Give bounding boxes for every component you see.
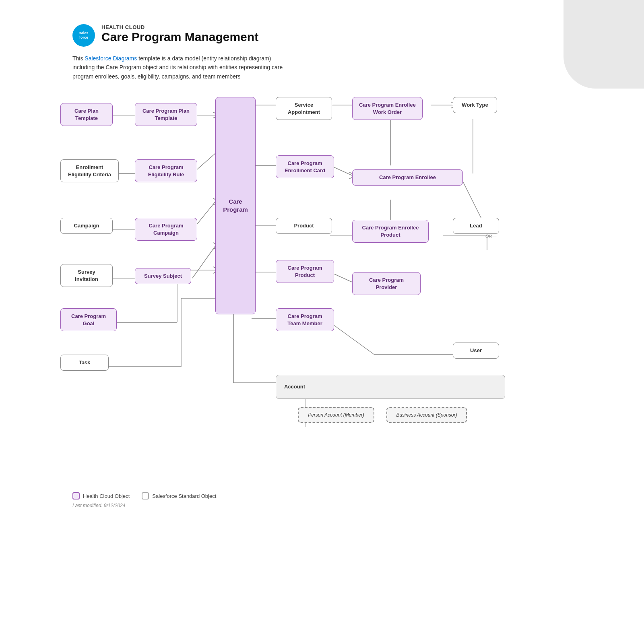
care-program-team-member-entity[interactable]: Care Program Team Member xyxy=(276,308,334,331)
care-program-entity[interactable]: CareProgram xyxy=(215,97,256,314)
decorative-shape xyxy=(564,0,644,89)
or-label: —OR— xyxy=(481,234,497,239)
diagram-container: Care Plan Template Care Program Plan Tem… xyxy=(40,93,523,487)
care-program-goal-label: Care Program Goal xyxy=(71,313,106,326)
product-label: Product xyxy=(294,223,314,229)
work-type-label: Work Type xyxy=(462,102,488,108)
campaign-label: Campaign xyxy=(74,223,99,229)
user-label: User xyxy=(470,347,482,353)
care-program-enrollee-work-order-entity[interactable]: Care Program Enrollee Work Order xyxy=(352,97,423,120)
survey-subject-entity[interactable]: Survey Subject xyxy=(135,268,191,284)
legend-health-cloud: Health Cloud Object xyxy=(72,492,130,500)
campaign-entity[interactable]: Campaign xyxy=(60,218,113,234)
task-label: Task xyxy=(79,359,91,365)
survey-invitation-entity[interactable]: Survey Invitation xyxy=(60,264,113,287)
care-program-eligibility-rule-entity[interactable]: Care Program Eligibility Rule xyxy=(135,159,197,182)
last-modified-text: Last modified: 9/12/2024 xyxy=(72,503,125,508)
legend-standard-label: Salesforce Standard Object xyxy=(152,493,216,499)
salesforce-diagrams-link[interactable]: Salesforce Diagrams xyxy=(85,55,137,62)
care-program-enrollee-product-label: Care Program Enrollee Product xyxy=(362,225,419,238)
legend-standard: Salesforce Standard Object xyxy=(142,492,216,500)
account-label: Account xyxy=(284,383,305,390)
care-program-plan-template-entity[interactable]: Care Program Plan Template xyxy=(135,103,197,126)
user-entity[interactable]: User xyxy=(453,343,499,359)
legend: Health Cloud Object Salesforce Standard … xyxy=(0,492,644,500)
care-program-product-label: Care Program Product xyxy=(288,265,322,278)
care-program-enrollee-work-order-label: Care Program Enrollee Work Order xyxy=(359,102,416,115)
care-program-provider-entity[interactable]: Care Program Provider xyxy=(352,272,421,295)
business-account-label: Business Account (Sponsor) xyxy=(396,412,457,418)
care-program-campaign-entity[interactable]: Care Program Campaign xyxy=(135,218,197,241)
header: salesforce HEALTH CLOUD Care Program Man… xyxy=(0,0,644,47)
salesforce-logo: salesforce xyxy=(72,24,95,47)
care-program-team-member-label: Care Program Team Member xyxy=(287,313,322,326)
care-program-enrollee-label: Care Program Enrollee xyxy=(379,174,436,180)
care-program-enrollee-entity[interactable]: Care Program Enrollee xyxy=(352,169,463,186)
care-program-provider-label: Care Program Provider xyxy=(369,277,404,290)
business-account-entity[interactable]: Business Account (Sponsor) xyxy=(386,407,467,423)
desc-before: This xyxy=(72,55,85,62)
title-sub: HEALTH CLOUD xyxy=(101,24,258,30)
service-appointment-entity[interactable]: Service Appointment xyxy=(276,97,332,120)
product-entity[interactable]: Product xyxy=(276,218,332,234)
care-program-enrollment-card-label: Care Program Enrollment Card xyxy=(285,160,325,173)
diagram-svg xyxy=(40,93,523,487)
lead-entity[interactable]: Lead xyxy=(453,218,499,234)
care-program-goal-entity[interactable]: Care Program Goal xyxy=(60,308,117,331)
title-block: HEALTH CLOUD Care Program Management xyxy=(101,24,258,44)
care-plan-template-entity[interactable]: Care Plan Template xyxy=(60,103,113,126)
title-main: Care Program Management xyxy=(101,30,258,44)
svg-line-11 xyxy=(192,246,215,278)
logo-text: salesforce xyxy=(79,31,89,40)
care-program-product-entity[interactable]: Care Program Product xyxy=(276,260,334,283)
account-entity[interactable]: Account xyxy=(276,375,505,399)
person-account-entity[interactable]: Person Account (Member) xyxy=(298,407,374,423)
care-plan-template-label: Care Plan Template xyxy=(74,108,99,121)
description: This Salesforce Diagrams template is a d… xyxy=(0,47,290,81)
work-type-entity[interactable]: Work Type xyxy=(453,97,497,113)
svg-line-42 xyxy=(330,322,374,355)
care-program-enrollment-card-entity[interactable]: Care Program Enrollment Card xyxy=(276,155,334,178)
legend-health-cloud-label: Health Cloud Object xyxy=(83,493,130,499)
care-program-campaign-label: Care Program Campaign xyxy=(149,223,184,236)
legend-purple-box xyxy=(72,492,80,500)
service-appointment-label: Service Appointment xyxy=(288,102,320,115)
survey-subject-label: Survey Subject xyxy=(144,273,182,279)
task-entity[interactable]: Task xyxy=(60,355,109,371)
last-modified: Last modified: 9/12/2024 xyxy=(0,500,644,508)
legend-gray-box xyxy=(142,492,149,500)
care-program-enrollee-product-entity[interactable]: Care Program Enrollee Product xyxy=(352,220,429,243)
care-program-eligibility-rule-label: Care Program Eligibility Rule xyxy=(148,164,184,178)
lead-label: Lead xyxy=(470,223,482,229)
care-program-label: CareProgram xyxy=(223,198,248,214)
survey-invitation-label: Survey Invitation xyxy=(75,269,98,282)
person-account-label: Person Account (Member) xyxy=(308,412,364,418)
care-program-plan-template-label: Care Program Plan Template xyxy=(142,108,190,121)
enrollment-eligibility-criteria-label: Enrollment Eligibility Criteria xyxy=(68,164,111,178)
enrollment-eligibility-criteria-entity[interactable]: Enrollment Eligibility Criteria xyxy=(60,159,119,182)
